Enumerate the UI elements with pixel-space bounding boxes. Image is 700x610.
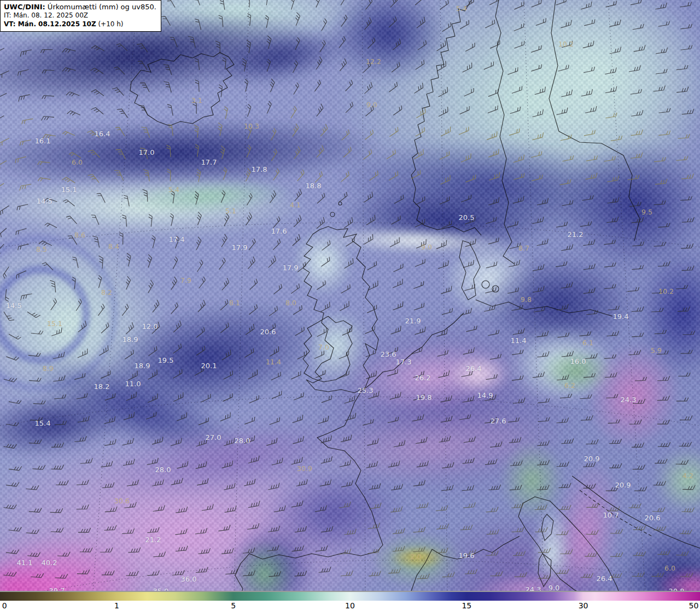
map-value-label: 30.6 xyxy=(114,497,130,505)
map-value-label: 8.2 xyxy=(101,288,112,297)
colorbar-tick-label: 5 xyxy=(231,601,236,610)
map-value-label: 15.4 xyxy=(35,419,51,427)
map-value-label: 14.5 xyxy=(37,197,52,205)
map-value-label: 26.2 xyxy=(415,374,431,382)
colorbar-tick-label: 1 xyxy=(114,601,119,610)
map-value-label: 8.4 xyxy=(108,242,119,251)
map-value-label: 17.3 xyxy=(396,358,412,366)
map-value-label: 9.5 xyxy=(641,208,652,216)
map-value-label: 25.3 xyxy=(358,386,374,394)
map-value-label: 8.7 xyxy=(518,244,529,252)
map-value-label: 7.9 xyxy=(180,276,191,284)
map-value-label: 17.6 xyxy=(271,227,287,235)
map-value-label: 12.0 xyxy=(142,322,158,330)
map-value-label: 36.0 xyxy=(181,575,197,583)
map-value-label: 16.1 xyxy=(35,137,51,145)
map-value-label: 19.8 xyxy=(416,393,432,402)
map-value-label: 11.4 xyxy=(511,336,527,345)
map-value-label: 21.9 xyxy=(405,317,421,325)
weather-map: 16.116.417.017.717.818.815.114.517.417.6… xyxy=(0,0,700,610)
map-value-label: 8.5 xyxy=(36,245,47,253)
map-value-label: 17.8 xyxy=(252,165,267,173)
map-value-label: 30.9 xyxy=(297,464,312,473)
map-value-label: 4.1 xyxy=(290,201,301,209)
map-value-label: 20.5 xyxy=(459,213,475,222)
map-value-label: 20.6 xyxy=(645,514,661,522)
colorbar-tick-label: 10 xyxy=(345,601,355,610)
map-value-label: 20.1 xyxy=(201,362,217,370)
map-value-label: 6.2 xyxy=(564,381,575,390)
map-value-label: 9.8 xyxy=(521,295,532,304)
map-value-label: 28.0 xyxy=(155,466,171,474)
map-value-label: 23.6 xyxy=(381,350,396,358)
map-value-label: 19.4 xyxy=(613,312,629,321)
wind-barb-group xyxy=(339,502,695,579)
colorbar-tick-label: 0 xyxy=(2,601,7,610)
map-value-label: 18.8 xyxy=(306,182,322,190)
colorbar-tick-label: 15 xyxy=(462,601,471,610)
product-title: UWC/DINI: Úrkomumætti (mm) og uv850. xyxy=(4,2,156,11)
map-value-label: 9.0 xyxy=(421,243,432,251)
map-value-label: 19.5 xyxy=(158,356,174,364)
map-value-label: 8.6 xyxy=(74,231,85,239)
map-value-label: 6.0 xyxy=(72,158,83,166)
map-value-label: 4.2 xyxy=(682,472,693,480)
map-value-label: 11.0 xyxy=(125,380,141,388)
map-value-label: 26.4 xyxy=(597,574,612,583)
map-value-label: 6.0 xyxy=(664,564,675,572)
map-value-label: 6.1 xyxy=(582,339,593,347)
map-value-label: 7.0 xyxy=(318,343,329,351)
map-value-label: 14.9 xyxy=(477,391,493,399)
map-value-label: 41.1 xyxy=(17,559,33,567)
map-value-label: 21.2 xyxy=(145,536,161,544)
map-value-label: 20.9 xyxy=(584,455,600,463)
map-value-label: 21.2 xyxy=(568,230,584,239)
map-value-label: 16.4 xyxy=(95,130,110,138)
map-value-label: 10.7 xyxy=(603,511,619,519)
map-value-label: 5.4 xyxy=(456,4,467,13)
title-box: UWC/DINI: Úrkomumætti (mm) og uv850. IT:… xyxy=(0,0,161,32)
map-value-label: 14.5 xyxy=(6,301,22,310)
map-value-label: 18.2 xyxy=(94,382,110,391)
map-value-label: 26.4 xyxy=(466,364,482,373)
init-time: IT: Mán. 08. 12. 2025 00Z xyxy=(4,11,156,20)
map-value-label: 8.9 xyxy=(43,364,54,373)
map-value-label: 20.9 xyxy=(615,481,631,489)
colorbar-gradient xyxy=(0,592,700,601)
map-value-label: 10.2 xyxy=(558,40,574,48)
map-value-label: 28.0 xyxy=(235,437,250,445)
map-value-label: 17.9 xyxy=(232,243,248,252)
map-value-label: 12.2 xyxy=(366,57,381,66)
colorbar-ticks: 01510153050 xyxy=(0,601,700,610)
map-value-label: 17.4 xyxy=(169,235,185,243)
map-value-label: 5.1 xyxy=(225,207,236,215)
map-value-label: 40.2 xyxy=(42,559,57,567)
wind-barb-group xyxy=(0,106,693,193)
map-value-label: 17.7 xyxy=(201,158,217,166)
map-value-label: 15.1 xyxy=(61,185,77,194)
map-value-label: 10.3 xyxy=(244,122,259,130)
valid-time: VT: Mán. 08.12.2025 10Z (+10 h) xyxy=(4,20,156,29)
map-value-label: 18.9 xyxy=(135,362,150,370)
map-value-label: 2.0 xyxy=(410,553,421,561)
map-value-label: 17.0 xyxy=(139,148,155,156)
map-value-label: 5.9 xyxy=(651,346,662,355)
map-value-label: 10.2 xyxy=(658,287,674,295)
map-value-label: 19.6 xyxy=(459,551,475,560)
map-value-label: 11.4 xyxy=(266,358,281,366)
map-value-label: 20.6 xyxy=(260,328,276,336)
colorbar-tick-label: 50 xyxy=(689,601,699,610)
map-value-label: 3.1 xyxy=(191,96,202,104)
map-value-label: 15.1 xyxy=(47,319,62,328)
map-value-label: 27.0 xyxy=(206,433,221,441)
colorbar-tick-label: 30 xyxy=(579,601,588,610)
map-value-label: 5.4 xyxy=(168,185,179,194)
colorbar: 01510153050 xyxy=(0,591,700,610)
map-value-label: 27.6 xyxy=(491,417,506,425)
map-value-label: 24.3 xyxy=(621,396,637,404)
map-value-label: 8.0 xyxy=(285,299,296,307)
map-value-label: 18.9 xyxy=(122,335,138,344)
map-value-label: 8.1 xyxy=(229,299,240,307)
map-value-label: 17.9 xyxy=(283,264,299,272)
map-value-label: 16.0 xyxy=(570,357,586,365)
